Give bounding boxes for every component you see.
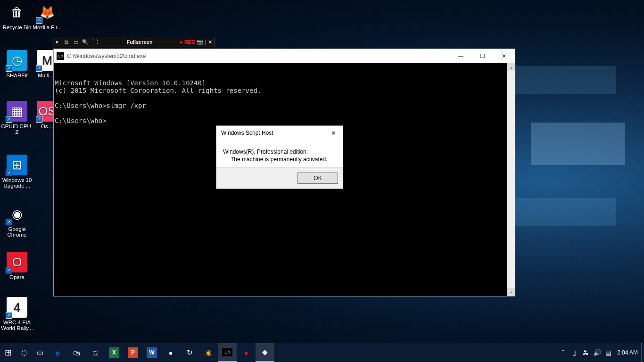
desktop-icon-wrc4[interactable]: 4WRC 4 FIA World Rally... (0, 297, 34, 331)
chrome-icon: ◉ (7, 204, 27, 224)
desktop-icon-label: Google Chrome (0, 226, 34, 238)
taskbar-app2-button[interactable]: ↻ (180, 343, 199, 362)
recorder-window-icon[interactable]: ▭ (71, 39, 81, 45)
cmd-scrollbar[interactable]: ▴ ▾ (507, 63, 515, 296)
tray-overflow-icon[interactable]: ˄ (557, 349, 569, 356)
taskbar-edge-button[interactable]: e (48, 343, 67, 362)
taskbar-explorer-button[interactable]: 🗂 (86, 343, 105, 362)
wrc4-icon: 4 (7, 297, 27, 318)
scroll-up-icon[interactable]: ▴ (507, 63, 515, 71)
desktop-icon-chrome[interactable]: ◉Google Chrome (0, 204, 34, 238)
close-button[interactable]: ✕ (493, 49, 515, 63)
battery-icon[interactable]: ▯ (569, 349, 580, 356)
dialog-close-button[interactable]: ✕ (324, 126, 343, 140)
desktop-icon-firefox[interactable]: 🦊Mozilla Fir... (30, 2, 64, 30)
recycle-bin-icon: 🗑 (7, 2, 27, 23)
minimize-button[interactable]: — (450, 49, 471, 63)
taskbar-start-button[interactable]: ⊞ (0, 343, 16, 362)
desktop-icon-opera[interactable]: OOpera (0, 252, 34, 280)
recorder-rec-indicator[interactable]: ● REC (180, 39, 195, 45)
dialog-content: Windows(R), Professional edition: The ma… (216, 140, 343, 167)
system-tray: ˄ ▯ 🖧 🔊 ▤ 2:04 AM (557, 343, 644, 362)
recorder-region-icon[interactable]: ⧉ (62, 39, 71, 45)
desktop-icon-label: SHAREit (0, 73, 34, 78)
terminal-line: C:\Users\who> (55, 117, 515, 124)
terminal-line (55, 94, 515, 102)
desktop-icon-label: Windows 10 Upgrade ... (0, 177, 34, 189)
taskbar-app3-button[interactable]: ◆ (256, 343, 274, 362)
taskbar-word-button[interactable]: W (142, 343, 161, 362)
desktop-icon-recycle-bin[interactable]: 🗑Recycle Bin (0, 2, 34, 30)
desktop-icon-label: Recycle Bin (0, 25, 34, 30)
taskbar-rec-button[interactable]: ● (237, 343, 256, 362)
cmd-titlebar[interactable]: C:\ C:\Windows\system32\cmd.exe — ☐ ✕ (54, 49, 515, 63)
script-host-dialog: Windows Script Host ✕ Windows(R), Profes… (216, 125, 343, 189)
taskbar-chrome-button[interactable]: ◉ (199, 343, 218, 362)
recorder-dropdown-icon[interactable]: ▾ (52, 39, 62, 45)
desktop-icon-shareit[interactable]: ◷SHAREit (0, 50, 34, 78)
scroll-down-icon[interactable]: ▾ (507, 288, 515, 296)
taskbar-powerpoint-button[interactable]: P (124, 343, 142, 362)
cmd-title: C:\Windows\system32\cmd.exe (67, 53, 450, 59)
opera-icon: O (7, 252, 27, 272)
show-desktop-button[interactable] (641, 343, 644, 362)
desktop-icon-label: Mozilla Fir... (30, 25, 64, 30)
recorder-crop-icon[interactable]: ⛶ (90, 39, 99, 45)
desktop-icon-label: CPUID CPU-Z (0, 123, 34, 135)
terminal-line: C:\Users\who>slmgr /xpr (55, 102, 515, 109)
dialog-title: Windows Script Host (221, 130, 324, 136)
terminal-line (55, 109, 515, 117)
volume-icon[interactable]: 🔊 (591, 349, 603, 356)
cmd-app-icon: C:\ (57, 52, 64, 60)
ok-button[interactable]: OK (297, 173, 338, 184)
clock[interactable]: 2:04 AM (614, 349, 641, 356)
recorder-close-icon[interactable]: ✕ (206, 39, 214, 45)
recorder-zoom-icon[interactable]: 🔍 (81, 39, 90, 45)
dialog-line2: The machine is permanently activated. (223, 156, 336, 163)
dialog-footer: OK (216, 167, 343, 189)
desktop-icon-label: WRC 4 FIA World Rally... (0, 320, 34, 331)
recorder-mode-label: Fullscreen (99, 39, 180, 45)
taskbar-app1-button[interactable]: ● (161, 343, 180, 362)
dialog-line1: Windows(R), Professional edition: (223, 148, 336, 155)
maximize-button[interactable]: ☐ (471, 49, 493, 63)
action-center-icon[interactable]: ▤ (603, 349, 614, 356)
taskbar-store-button[interactable]: 🛍 (67, 343, 86, 362)
taskbar-cmd-button[interactable]: C:\ (218, 343, 237, 362)
desktop-icon-win10up[interactable]: ⊞Windows 10 Upgrade ... (0, 155, 34, 189)
terminal-line: Microsoft Windows [Version 10.0.10240] (55, 79, 515, 87)
taskbar-taskview-button[interactable]: ▭ (32, 343, 48, 362)
win10up-icon: ⊞ (7, 155, 27, 175)
terminal-line: (c) 2015 Microsoft Corporation. All righ… (55, 87, 515, 94)
firefox-icon: 🦊 (37, 2, 58, 23)
recorder-camera-icon[interactable]: 📷 (195, 39, 205, 45)
screen-recorder-toolbar: ▾ ⧉ ▭ 🔍 ⛶ Fullscreen ● REC 📷 | ✕ (52, 37, 215, 47)
shareit-icon: ◷ (7, 50, 27, 71)
taskbar-excel-button[interactable]: X (105, 343, 124, 362)
desktop-icon-label: Opera (0, 274, 34, 280)
taskbar-search-button[interactable]: ◌ (16, 343, 32, 362)
cpuz-icon: ▦ (7, 101, 27, 122)
dialog-titlebar[interactable]: Windows Script Host ✕ (216, 126, 343, 140)
network-icon[interactable]: 🖧 (580, 349, 591, 356)
taskbar: ⊞◌▭e🛍🗂XPW●↻◉C:\●◆ ˄ ▯ 🖧 🔊 ▤ 2:04 AM (0, 343, 644, 362)
desktop-icon-cpuz[interactable]: ▦CPUID CPU-Z (0, 101, 34, 135)
